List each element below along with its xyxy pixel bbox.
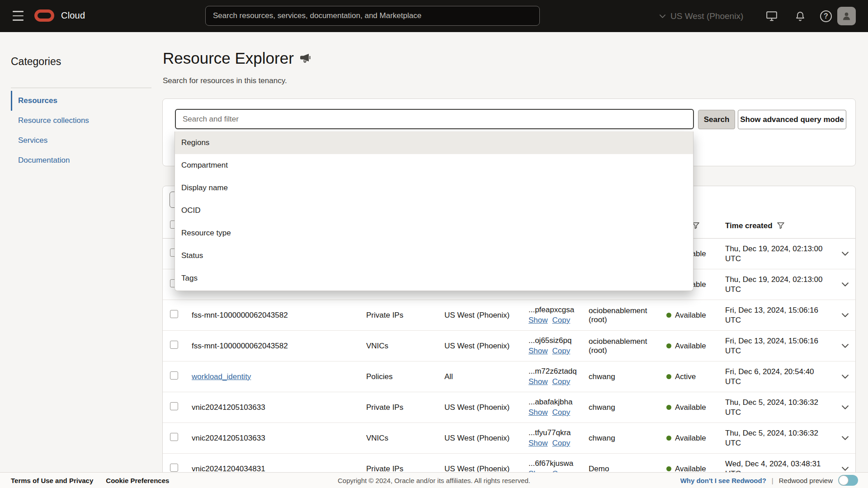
cookie-preferences-link[interactable]: Cookie Preferences [106, 477, 169, 484]
cell-status: Available [666, 434, 725, 443]
resource-name-link[interactable]: workload_identity [192, 372, 251, 381]
expand-chevron-icon[interactable] [841, 405, 849, 410]
show-ocid-link[interactable]: Show [528, 347, 548, 356]
search-button[interactable]: Search [698, 110, 735, 129]
show-ocid-link[interactable]: Show [528, 316, 548, 325]
expand-chevron-icon[interactable] [841, 343, 849, 348]
sidebar-item-resource-collections[interactable]: Resource collections [11, 111, 151, 131]
terms-link[interactable]: Terms of Use and Privacy [11, 477, 93, 484]
page-title: Resource Explorer [163, 49, 311, 67]
copy-ocid-link[interactable]: Copy [552, 408, 571, 417]
person-icon [841, 11, 852, 21]
cell-display-name: workload_identity [192, 372, 366, 381]
filter-dropdown: RegionsCompartmentDisplay nameOCIDResour… [175, 131, 693, 291]
region-selector[interactable]: US West (Phoenix) [659, 0, 743, 32]
advanced-query-mode-button[interactable]: Show advanced query mode [738, 110, 846, 129]
sidebar-item-resources[interactable]: Resources [11, 91, 151, 111]
filter-option-compartment[interactable]: Compartment [175, 154, 693, 177]
status-label: Available [675, 403, 706, 412]
hamburger-menu-icon[interactable] [13, 11, 24, 21]
cell-compartment: chwang [589, 434, 666, 443]
copy-ocid-link[interactable]: Copy [552, 439, 571, 448]
help-icon[interactable]: ? [820, 0, 832, 32]
cell-resource-type: Policies [366, 372, 444, 381]
status-dot-icon [666, 436, 671, 441]
status-label: Available [675, 342, 706, 351]
table-row: vnic20241205103633 VNICs US West (Phoeni… [163, 423, 855, 454]
copy-ocid-link[interactable]: Copy [552, 377, 571, 386]
filter-option-ocid[interactable]: OCID [175, 199, 693, 222]
oracle-cloud-brand[interactable]: Cloud [34, 9, 85, 22]
cell-time-created: Thu, Dec 5, 2024, 10:36:32 UTC [725, 398, 834, 418]
cell-compartment: ociobenablement (root) [589, 337, 666, 355]
cell-ocid: ...m72z6ztadq Show Copy [528, 367, 589, 386]
show-ocid-link[interactable]: Show [528, 439, 548, 448]
expand-chevron-icon[interactable] [841, 436, 849, 441]
notifications-bell-icon[interactable] [795, 0, 806, 32]
row-checkbox[interactable] [170, 341, 178, 349]
redwood-preview-toggle[interactable] [838, 475, 858, 486]
row-checkbox[interactable] [170, 433, 178, 441]
filter-option-resource-type[interactable]: Resource type [175, 222, 693, 244]
cell-region: US West (Phoenix) [444, 434, 528, 443]
cell-display-name: fss-mnt-1000000062043582 [192, 342, 366, 351]
cell-region: US West (Phoenix) [444, 403, 528, 412]
ocid-value: ...oj65siz6pq [528, 336, 589, 345]
search-and-filter-input[interactable] [175, 109, 694, 129]
status-label: Available [675, 434, 706, 443]
footer: Terms of Use and Privacy Cookie Preferen… [0, 472, 868, 488]
expand-chevron-icon[interactable] [841, 251, 849, 256]
redwood-preview-label: Redwood preview [779, 477, 833, 484]
expand-chevron-icon[interactable] [841, 282, 849, 287]
cell-time-created: Thu, Dec 19, 2024, 02:13:00 UTC [725, 275, 834, 295]
filter-funnel-icon[interactable] [777, 222, 784, 229]
cell-resource-type: Private IPs [366, 311, 444, 320]
cell-region: US West (Phoenix) [444, 311, 528, 320]
show-ocid-link[interactable]: Show [528, 408, 548, 417]
ocid-value: ...tfyu77qkra [528, 428, 589, 437]
cell-display-name: vnic20241205103633 [192, 403, 366, 412]
filter-option-tags[interactable]: Tags [175, 267, 693, 290]
ocid-value: ...m72z6ztadq [528, 367, 589, 376]
copy-ocid-link[interactable]: Copy [552, 347, 571, 356]
redwood-help-link[interactable]: Why don't I see Redwood? [680, 477, 766, 484]
row-checkbox[interactable] [170, 402, 178, 410]
cell-time-created: Fri, Dec 13, 2024, 15:06:16 UTC [725, 336, 834, 356]
row-checkbox[interactable] [170, 371, 178, 380]
filter-option-display-name[interactable]: Display name [175, 177, 693, 199]
global-search-input[interactable] [205, 6, 540, 26]
cell-status: Available [666, 403, 725, 412]
profile-avatar[interactable] [837, 7, 856, 25]
sidebar-item-documentation[interactable]: Documentation [11, 150, 151, 170]
console-display-icon[interactable] [766, 0, 778, 32]
cell-ocid: ...abafakjbha Show Copy [528, 398, 589, 417]
cell-compartment: chwang [589, 372, 666, 381]
cell-display-name: fss-mnt-1000000062043582 [192, 311, 366, 320]
toggle-knob-icon [839, 475, 849, 485]
status-label: Active [675, 372, 696, 381]
cell-ocid: ...oj65siz6pq Show Copy [528, 336, 589, 356]
expand-chevron-icon[interactable] [841, 313, 849, 318]
page-subtitle: Search for resources in this tenancy. [163, 76, 287, 85]
topbar: Cloud US West (Phoenix) ? [0, 0, 868, 32]
region-label: US West (Phoenix) [670, 11, 743, 21]
ocid-value: ...pfeapxcgsa [528, 305, 589, 314]
filter-option-status[interactable]: Status [175, 244, 693, 267]
filter-option-regions[interactable]: Regions [175, 131, 693, 154]
cell-compartment: ociobenablement (root) [589, 306, 666, 324]
cell-time-created: Fri, Dec 6, 2024, 20:54:40 UTC [725, 367, 834, 387]
chevron-down-icon [659, 14, 666, 19]
sidebar-item-services[interactable]: Services [11, 131, 151, 150]
footer-separator: | [772, 477, 774, 484]
row-checkbox[interactable] [170, 464, 178, 472]
cell-ocid: ...tfyu77qkra Show Copy [528, 428, 589, 448]
announcement-megaphone-icon[interactable] [300, 53, 311, 63]
oci-console: Cloud US West (Phoenix) ? Categories Res… [0, 0, 868, 488]
main-content: Resource Explorer Search for resources i… [162, 32, 868, 488]
expand-chevron-icon[interactable] [841, 374, 849, 379]
expand-chevron-icon[interactable] [841, 466, 849, 471]
show-ocid-link[interactable]: Show [528, 377, 548, 386]
copy-ocid-link[interactable]: Copy [552, 316, 571, 325]
row-checkbox[interactable] [170, 310, 178, 318]
header-time-created[interactable]: Time created [725, 221, 834, 230]
